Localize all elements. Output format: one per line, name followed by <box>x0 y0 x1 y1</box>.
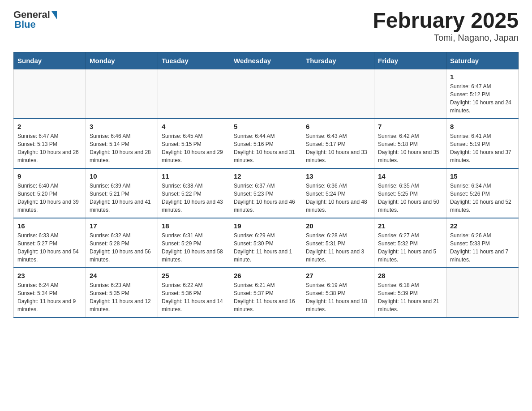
calendar-day-cell: 25Sunrise: 6:22 AMSunset: 5:36 PMDayligh… <box>158 268 230 317</box>
day-of-week-header: Tuesday <box>158 52 230 69</box>
logo: General Blue <box>13 9 57 30</box>
day-number: 18 <box>162 222 226 230</box>
calendar-day-cell: 9Sunrise: 6:40 AMSunset: 5:20 PMDaylight… <box>14 168 86 218</box>
day-number: 19 <box>234 222 298 230</box>
day-info: Sunrise: 6:42 AMSunset: 5:18 PMDaylight:… <box>378 132 442 164</box>
calendar-day-cell: 3Sunrise: 6:46 AMSunset: 5:14 PMDaylight… <box>86 119 158 168</box>
day-number: 2 <box>17 123 82 130</box>
calendar-day-cell: 26Sunrise: 6:21 AMSunset: 5:37 PMDayligh… <box>230 268 302 317</box>
day-number: 5 <box>234 123 298 130</box>
calendar-day-cell: 5Sunrise: 6:44 AMSunset: 5:16 PMDaylight… <box>230 119 302 168</box>
day-number: 23 <box>17 272 82 279</box>
day-info: Sunrise: 6:24 AMSunset: 5:34 PMDaylight:… <box>17 281 82 313</box>
day-number: 4 <box>162 123 226 130</box>
day-number: 17 <box>90 222 154 230</box>
day-info: Sunrise: 6:37 AMSunset: 5:23 PMDaylight:… <box>234 182 298 214</box>
calendar-day-cell: 2Sunrise: 6:47 AMSunset: 5:13 PMDaylight… <box>14 119 86 168</box>
calendar-day-cell: 6Sunrise: 6:43 AMSunset: 5:17 PMDaylight… <box>302 119 374 168</box>
calendar-week-row: 2Sunrise: 6:47 AMSunset: 5:13 PMDaylight… <box>14 119 519 168</box>
day-info: Sunrise: 6:32 AMSunset: 5:28 PMDaylight:… <box>90 231 154 264</box>
day-number: 26 <box>234 272 298 279</box>
day-of-week-header: Wednesday <box>230 52 302 69</box>
day-info: Sunrise: 6:27 AMSunset: 5:32 PMDaylight:… <box>378 231 442 264</box>
calendar-day-cell: 22Sunrise: 6:26 AMSunset: 5:33 PMDayligh… <box>446 218 519 268</box>
day-info: Sunrise: 6:26 AMSunset: 5:33 PMDaylight:… <box>450 231 515 264</box>
calendar-day-cell <box>86 69 158 119</box>
day-number: 8 <box>450 123 515 130</box>
day-info: Sunrise: 6:39 AMSunset: 5:21 PMDaylight:… <box>90 182 154 214</box>
title-block: February 2025 Tomi, Nagano, Japan <box>373 9 519 43</box>
day-number: 11 <box>162 172 226 180</box>
day-info: Sunrise: 6:47 AMSunset: 5:12 PMDaylight:… <box>450 82 515 115</box>
calendar-day-cell: 4Sunrise: 6:45 AMSunset: 5:15 PMDaylight… <box>158 119 230 168</box>
day-info: Sunrise: 6:31 AMSunset: 5:29 PMDaylight:… <box>162 231 226 264</box>
calendar-day-cell <box>158 69 230 119</box>
logo-blue-text: Blue <box>14 19 36 30</box>
day-number: 10 <box>90 172 154 180</box>
day-info: Sunrise: 6:19 AMSunset: 5:38 PMDaylight:… <box>306 281 370 313</box>
calendar-week-row: 9Sunrise: 6:40 AMSunset: 5:20 PMDaylight… <box>14 168 519 218</box>
day-info: Sunrise: 6:29 AMSunset: 5:30 PMDaylight:… <box>234 231 298 264</box>
calendar-day-cell <box>230 69 302 119</box>
day-number: 15 <box>450 172 515 180</box>
day-info: Sunrise: 6:46 AMSunset: 5:14 PMDaylight:… <box>90 132 154 164</box>
day-number: 24 <box>90 272 154 279</box>
calendar-table: SundayMondayTuesdayWednesdayThursdayFrid… <box>13 52 519 318</box>
day-info: Sunrise: 6:43 AMSunset: 5:17 PMDaylight:… <box>306 132 370 164</box>
calendar-week-row: 1Sunrise: 6:47 AMSunset: 5:12 PMDaylight… <box>14 69 519 119</box>
day-number: 27 <box>306 272 370 279</box>
day-number: 9 <box>17 172 82 180</box>
calendar-day-cell: 10Sunrise: 6:39 AMSunset: 5:21 PMDayligh… <box>86 168 158 218</box>
calendar-day-cell: 14Sunrise: 6:35 AMSunset: 5:25 PMDayligh… <box>374 168 446 218</box>
day-info: Sunrise: 6:36 AMSunset: 5:24 PMDaylight:… <box>306 182 370 214</box>
calendar-subtitle: Tomi, Nagano, Japan <box>373 33 519 43</box>
day-of-week-header: Saturday <box>446 52 519 69</box>
day-number: 16 <box>17 222 82 230</box>
day-number: 25 <box>162 272 226 279</box>
calendar-day-cell: 18Sunrise: 6:31 AMSunset: 5:29 PMDayligh… <box>158 218 230 268</box>
day-number: 20 <box>306 222 370 230</box>
day-of-week-header: Thursday <box>302 52 374 69</box>
day-info: Sunrise: 6:38 AMSunset: 5:22 PMDaylight:… <box>162 182 226 214</box>
day-number: 21 <box>378 222 442 230</box>
day-info: Sunrise: 6:23 AMSunset: 5:35 PMDaylight:… <box>90 281 154 313</box>
day-number: 12 <box>234 172 298 180</box>
days-of-week-row: SundayMondayTuesdayWednesdayThursdayFrid… <box>14 52 519 69</box>
calendar-day-cell: 1Sunrise: 6:47 AMSunset: 5:12 PMDaylight… <box>446 69 519 119</box>
day-info: Sunrise: 6:21 AMSunset: 5:37 PMDaylight:… <box>234 281 298 313</box>
day-number: 22 <box>450 222 515 230</box>
calendar-week-row: 16Sunrise: 6:33 AMSunset: 5:27 PMDayligh… <box>14 218 519 268</box>
day-number: 28 <box>378 272 442 279</box>
day-info: Sunrise: 6:47 AMSunset: 5:13 PMDaylight:… <box>17 132 82 164</box>
calendar-day-cell: 28Sunrise: 6:18 AMSunset: 5:39 PMDayligh… <box>374 268 446 317</box>
calendar-day-cell: 16Sunrise: 6:33 AMSunset: 5:27 PMDayligh… <box>14 218 86 268</box>
day-info: Sunrise: 6:35 AMSunset: 5:25 PMDaylight:… <box>378 182 442 214</box>
calendar-day-cell <box>302 69 374 119</box>
calendar-day-cell <box>374 69 446 119</box>
calendar-day-cell: 12Sunrise: 6:37 AMSunset: 5:23 PMDayligh… <box>230 168 302 218</box>
day-info: Sunrise: 6:45 AMSunset: 5:15 PMDaylight:… <box>162 132 226 164</box>
calendar-day-cell <box>14 69 86 119</box>
day-number: 13 <box>306 172 370 180</box>
day-number: 14 <box>378 172 442 180</box>
calendar-title: February 2025 <box>373 9 519 33</box>
calendar-day-cell: 15Sunrise: 6:34 AMSunset: 5:26 PMDayligh… <box>446 168 519 218</box>
day-of-week-header: Friday <box>374 52 446 69</box>
page-header: General Blue February 2025 Tomi, Nagano,… <box>13 9 519 43</box>
day-number: 1 <box>450 73 515 81</box>
calendar-header: SundayMondayTuesdayWednesdayThursdayFrid… <box>14 52 519 69</box>
day-info: Sunrise: 6:22 AMSunset: 5:36 PMDaylight:… <box>162 281 226 313</box>
day-info: Sunrise: 6:33 AMSunset: 5:27 PMDaylight:… <box>17 231 82 264</box>
day-info: Sunrise: 6:18 AMSunset: 5:39 PMDaylight:… <box>378 281 442 313</box>
day-info: Sunrise: 6:40 AMSunset: 5:20 PMDaylight:… <box>17 182 82 214</box>
calendar-day-cell: 20Sunrise: 6:28 AMSunset: 5:31 PMDayligh… <box>302 218 374 268</box>
day-number: 3 <box>90 123 154 130</box>
calendar-week-row: 23Sunrise: 6:24 AMSunset: 5:34 PMDayligh… <box>14 268 519 317</box>
calendar-day-cell: 19Sunrise: 6:29 AMSunset: 5:30 PMDayligh… <box>230 218 302 268</box>
calendar-day-cell: 8Sunrise: 6:41 AMSunset: 5:19 PMDaylight… <box>446 119 519 168</box>
day-of-week-header: Monday <box>86 52 158 69</box>
day-info: Sunrise: 6:34 AMSunset: 5:26 PMDaylight:… <box>450 182 515 214</box>
logo-arrow-icon <box>51 11 57 19</box>
day-number: 6 <box>306 123 370 130</box>
day-info: Sunrise: 6:44 AMSunset: 5:16 PMDaylight:… <box>234 132 298 164</box>
